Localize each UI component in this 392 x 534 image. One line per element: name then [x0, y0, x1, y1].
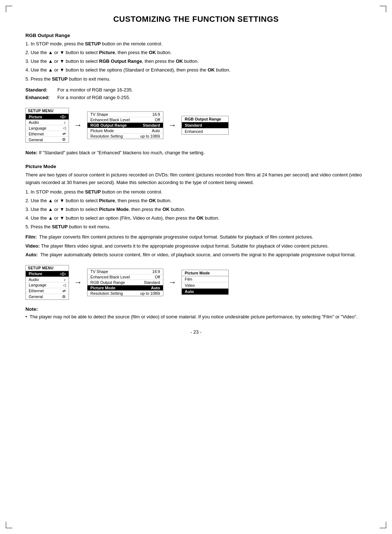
diagram1-sub-picturemode: Picture Mode Auto [87, 128, 163, 134]
diagram1-menu-audio: Audio ♪ [26, 120, 69, 125]
diagram1-opt-enhanced: Enhanced [182, 129, 228, 134]
diagram1-sub-rgb-value: Standard [143, 123, 160, 127]
section-rgb-output-range: RGB Output Range 1. In STOP mode, press … [25, 33, 367, 156]
diagram1-sub-picturemode-value: Auto [152, 129, 160, 133]
diagram2-picture-icon: ◁▷ [60, 272, 66, 276]
diagram1-general-label: General [29, 138, 43, 142]
film-description: Film: The player converts film content p… [25, 233, 367, 241]
diagram2-menu-ethernet: Ethernet ⇌ [26, 288, 69, 294]
diagram2-sub-resolution-value: up to 1080i [140, 291, 160, 295]
rgb-instruction-2: 2. Use the ▲ or ▼ button to select Pictu… [25, 49, 367, 56]
corner-bl [6, 522, 12, 528]
diagram1-ethernet-label: Ethernet [29, 132, 44, 136]
corner-tr [380, 6, 386, 12]
diagram1-sub-tvshape: TV Shape 16:9 [87, 112, 163, 117]
diagram1-language-icon: ◁ [63, 126, 66, 130]
diagram1-picture-label: Picture [29, 115, 42, 119]
diagram1-picture-icon: ◁▷ [60, 114, 66, 119]
diagram1-options: RGB Output Range Standard Enhanced [181, 116, 229, 135]
diagram1-sub-blacklevel-label: Enhanced Black Level [90, 118, 130, 122]
diagram2-options: Picture Mode Film Video Auto [181, 270, 229, 295]
diagram2-picture-label: Picture [29, 272, 42, 276]
diagram2-sub-picturemode-label: Picture Mode [90, 286, 115, 290]
diagram2-ethernet-icon: ⇌ [62, 289, 66, 293]
diagram2-arrow1: → [73, 278, 83, 287]
diagram2-general-icon: ⚙ [62, 294, 66, 299]
diagram2-menu-audio: Audio ♪ [26, 277, 69, 282]
pm-instruction-4: 4. Use the ▲ or ▼ button to select an op… [25, 215, 367, 222]
diagram1-sub-rgb: RGB Output Range Standard [87, 123, 163, 128]
rgb-standard-value: For a monitor of RGB range 16-235. [57, 86, 133, 94]
diagram1-arrow1: → [73, 121, 83, 130]
diagram1-sub-picturemode-label: Picture Mode [90, 129, 114, 133]
diagram1-sub-resolution-label: Resolution Setting [90, 134, 123, 138]
pm-instruction-3: 3. Use the ▲ or ▼ button to select Pictu… [25, 206, 367, 213]
section-picture-mode: Picture Mode There are two types of sour… [25, 164, 367, 299]
pm-instruction-5: 5. Press the SETUP button to exit menu. [25, 223, 367, 231]
video-description: Video: The player filters video signal, … [25, 242, 367, 250]
diagram2-language-label: Language [29, 283, 46, 287]
bottom-note-title: Note: [25, 306, 367, 312]
rgb-labels: Standard: For a monitor of RGB range 16-… [25, 86, 367, 102]
diagram2-sub-blacklevel-value: Off [155, 275, 160, 279]
diagram1-sub-blacklevel: Enhanced Black Level Off [87, 117, 163, 123]
diagram2-sub-resolution: Resolution Setting up to 1080i [87, 291, 163, 296]
bottom-note: Note: • The player may not be able to de… [25, 306, 367, 321]
diagram2-sub-rgb-value: Standard [144, 280, 160, 285]
diagram2-arrow2: → [167, 278, 178, 287]
diagram2-options-title: Picture Mode [182, 270, 228, 276]
rgb-instruction-1: 1. In STOP mode, press the SETUP button … [25, 40, 367, 48]
diagram2-sub-picturemode-value: Auto [151, 286, 160, 290]
diagram2-setup-menu: SETUP MENU Picture ◁▷ Audio ♪ Language ◁… [25, 265, 69, 300]
diagram2-sub-tvshape: TV Shape 16:9 [87, 269, 163, 274]
picture-mode-intro: There are two types of source content in… [25, 171, 367, 186]
diagram2-language-icon: ◁ [63, 283, 66, 288]
diagram2-opt-film: Film [182, 276, 228, 282]
diagram1-submenu: TV Shape 16:9 Enhanced Black Level Off R… [87, 111, 163, 139]
diagram2-menu-header: SETUP MENU [26, 265, 69, 271]
auto-description: Auto: The player automatically detects s… [25, 251, 367, 258]
rgb-enhanced-key: Enhanced: [25, 94, 54, 102]
diagram1-setup-menu: SETUP MENU Picture ◁▷ Audio ♪ Language ◁… [25, 108, 69, 143]
section-title-rgb: RGB Output Range [25, 33, 367, 38]
diagram1-language-label: Language [29, 126, 46, 130]
diagram2-sub-blacklevel: Enhanced Black Level Off [87, 274, 163, 280]
diagram2-general-label: General [29, 294, 43, 299]
rgb-instruction-5: 5. Press the SETUP button to exit menu. [25, 76, 367, 83]
diagram2-submenu: TV Shape 16:9 Enhanced Black Level Off R… [87, 269, 163, 296]
page-number: - 23 - [25, 329, 367, 335]
page-title: CUSTOMIZING THE FUNCTION SETTINGS [25, 15, 367, 24]
diagram2-ethernet-label: Ethernet [29, 289, 44, 293]
diagram2-menu-language: Language ◁ [26, 282, 69, 288]
diagram1-arrow2: → [167, 121, 178, 130]
diagram1-general-icon: ⚙ [62, 137, 66, 142]
corner-tl [6, 6, 12, 12]
diagram1-audio-icon: ♪ [64, 120, 66, 125]
corner-br [380, 522, 386, 528]
diagram2-sub-resolution-label: Resolution Setting [90, 291, 123, 295]
diagram2-sub-rgb-label: RGB Output Range [90, 280, 125, 285]
diagram1-ethernet-icon: ⇌ [62, 131, 66, 136]
diagram-1: SETUP MENU Picture ◁▷ Audio ♪ Language ◁… [25, 108, 367, 143]
diagram2-sub-tvshape-label: TV Shape [90, 269, 108, 274]
rgb-standard-key: Standard: [25, 86, 54, 94]
diagram1-menu-ethernet: Ethernet ⇌ [26, 131, 69, 137]
rgb-label-standard: Standard: For a monitor of RGB range 16-… [25, 86, 367, 94]
bottom-note-bullet: • The player may not be able to detect t… [25, 313, 367, 321]
diagram2-audio-label: Audio [29, 277, 39, 282]
pm-instruction-2: 2. Use the ▲ or ▼ button to select Pictu… [25, 197, 367, 204]
diagram2-menu-picture: Picture ◁▷ [26, 271, 69, 277]
diagram1-sub-rgb-label: RGB Output Range [90, 123, 127, 127]
diagram1-audio-label: Audio [29, 120, 39, 125]
diagram1-sub-resolution-value: up to 1080i [140, 134, 160, 138]
diagram1-opt-standard: Standard [182, 122, 228, 129]
page: CUSTOMIZING THE FUNCTION SETTINGS RGB Ou… [0, 0, 392, 534]
pm-instruction-1: 1. In STOP mode, press the SETUP button … [25, 188, 367, 196]
diagram2-audio-icon: ♪ [64, 277, 66, 282]
section-title-picture-mode: Picture Mode [25, 164, 367, 169]
rgb-label-enhanced: Enhanced: For a monitor of RGB range 0-2… [25, 94, 367, 102]
diagram1-menu-header: SETUP MENU [26, 108, 69, 114]
diagram1-sub-blacklevel-value: Off [155, 118, 160, 122]
diagram1-menu-picture: Picture ◁▷ [26, 114, 69, 120]
rgb-instruction-3: 3. Use the ▲ or ▼ button to select RGB O… [25, 58, 367, 65]
